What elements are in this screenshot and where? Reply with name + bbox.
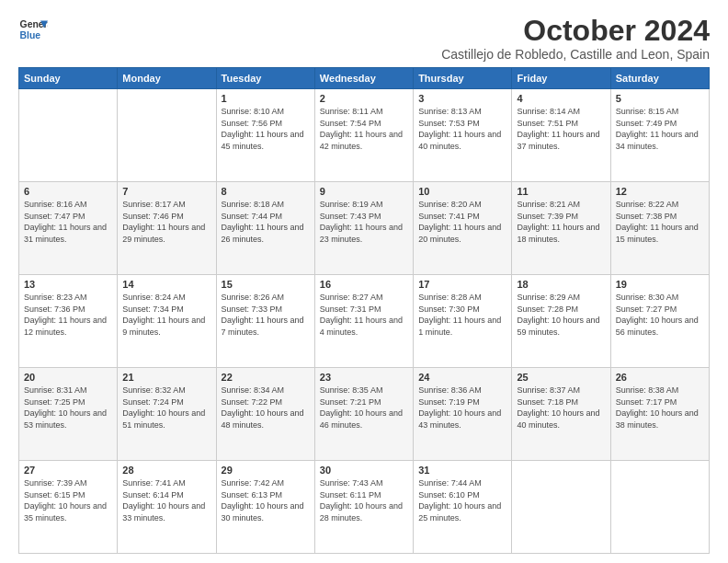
calendar-header-thursday: Thursday xyxy=(414,68,512,89)
day-number: 28 xyxy=(122,465,210,476)
day-number: 5 xyxy=(616,93,704,104)
day-info: Sunrise: 8:30 AM Sunset: 7:27 PM Dayligh… xyxy=(616,292,704,338)
calendar-cell xyxy=(512,461,610,554)
calendar-cell xyxy=(19,89,118,182)
day-info: Sunrise: 8:27 AM Sunset: 7:31 PM Dayligh… xyxy=(320,292,408,338)
day-number: 14 xyxy=(122,279,210,290)
calendar-cell: 3Sunrise: 8:13 AM Sunset: 7:53 PM Daylig… xyxy=(414,89,512,182)
day-info: Sunrise: 8:37 AM Sunset: 7:18 PM Dayligh… xyxy=(517,385,605,431)
day-info: Sunrise: 8:14 AM Sunset: 7:51 PM Dayligh… xyxy=(517,106,605,152)
day-number: 23 xyxy=(320,372,408,383)
calendar-header-saturday: Saturday xyxy=(610,68,709,89)
calendar-cell: 29Sunrise: 7:42 AM Sunset: 6:13 PM Dayli… xyxy=(216,461,314,554)
day-number: 13 xyxy=(24,279,112,290)
day-info: Sunrise: 8:24 AM Sunset: 7:34 PM Dayligh… xyxy=(122,292,210,338)
title-block: October 2024 Castillejo de Robledo, Cast… xyxy=(441,15,710,62)
day-info: Sunrise: 8:19 AM Sunset: 7:43 PM Dayligh… xyxy=(320,199,408,245)
calendar-cell: 28Sunrise: 7:41 AM Sunset: 6:14 PM Dayli… xyxy=(118,461,216,554)
header: General Blue October 2024 Castillejo de … xyxy=(18,15,710,62)
day-number: 26 xyxy=(616,372,704,383)
svg-text:Blue: Blue xyxy=(20,30,41,40)
day-info: Sunrise: 7:44 AM Sunset: 6:10 PM Dayligh… xyxy=(418,477,506,523)
day-number: 21 xyxy=(122,372,210,383)
calendar-cell xyxy=(118,89,216,182)
day-info: Sunrise: 8:32 AM Sunset: 7:24 PM Dayligh… xyxy=(122,385,210,431)
day-number: 24 xyxy=(418,372,506,383)
day-info: Sunrise: 8:10 AM Sunset: 7:56 PM Dayligh… xyxy=(222,106,310,152)
calendar-week-5: 27Sunrise: 7:39 AM Sunset: 6:15 PM Dayli… xyxy=(19,461,710,554)
day-info: Sunrise: 8:21 AM Sunset: 7:39 PM Dayligh… xyxy=(517,199,605,245)
calendar-cell: 19Sunrise: 8:30 AM Sunset: 7:27 PM Dayli… xyxy=(610,275,709,368)
day-number: 30 xyxy=(320,465,408,476)
calendar-cell: 17Sunrise: 8:28 AM Sunset: 7:30 PM Dayli… xyxy=(414,275,512,368)
day-info: Sunrise: 8:15 AM Sunset: 7:49 PM Dayligh… xyxy=(616,106,704,152)
calendar-cell: 10Sunrise: 8:20 AM Sunset: 7:41 PM Dayli… xyxy=(414,182,512,275)
calendar-cell: 21Sunrise: 8:32 AM Sunset: 7:24 PM Dayli… xyxy=(118,368,216,461)
day-number: 9 xyxy=(320,186,408,197)
calendar-week-2: 6Sunrise: 8:16 AM Sunset: 7:47 PM Daylig… xyxy=(19,182,710,275)
calendar-week-4: 20Sunrise: 8:31 AM Sunset: 7:25 PM Dayli… xyxy=(19,368,710,461)
calendar-cell: 22Sunrise: 8:34 AM Sunset: 7:22 PM Dayli… xyxy=(216,368,314,461)
calendar-cell: 6Sunrise: 8:16 AM Sunset: 7:47 PM Daylig… xyxy=(19,182,118,275)
day-info: Sunrise: 8:11 AM Sunset: 7:54 PM Dayligh… xyxy=(320,106,408,152)
day-info: Sunrise: 8:17 AM Sunset: 7:46 PM Dayligh… xyxy=(122,199,210,245)
calendar-cell: 16Sunrise: 8:27 AM Sunset: 7:31 PM Dayli… xyxy=(314,275,413,368)
day-info: Sunrise: 8:26 AM Sunset: 7:33 PM Dayligh… xyxy=(222,292,310,338)
calendar-header-friday: Friday xyxy=(512,68,610,89)
day-number: 6 xyxy=(24,186,112,197)
day-number: 3 xyxy=(418,93,506,104)
calendar-cell: 15Sunrise: 8:26 AM Sunset: 7:33 PM Dayli… xyxy=(216,275,314,368)
day-info: Sunrise: 8:13 AM Sunset: 7:53 PM Dayligh… xyxy=(418,106,506,152)
calendar-week-3: 13Sunrise: 8:23 AM Sunset: 7:36 PM Dayli… xyxy=(19,275,710,368)
calendar-cell: 2Sunrise: 8:11 AM Sunset: 7:54 PM Daylig… xyxy=(314,89,413,182)
day-number: 10 xyxy=(418,186,506,197)
day-info: Sunrise: 7:42 AM Sunset: 6:13 PM Dayligh… xyxy=(222,477,310,523)
day-number: 1 xyxy=(222,93,310,104)
calendar-cell: 12Sunrise: 8:22 AM Sunset: 7:38 PM Dayli… xyxy=(610,182,709,275)
logo-icon: General Blue xyxy=(18,15,48,44)
day-info: Sunrise: 8:36 AM Sunset: 7:19 PM Dayligh… xyxy=(418,385,506,431)
calendar-header-row: SundayMondayTuesdayWednesdayThursdayFrid… xyxy=(19,68,710,89)
day-info: Sunrise: 8:29 AM Sunset: 7:28 PM Dayligh… xyxy=(517,292,605,338)
day-info: Sunrise: 8:20 AM Sunset: 7:41 PM Dayligh… xyxy=(418,199,506,245)
day-number: 22 xyxy=(222,372,310,383)
day-number: 2 xyxy=(320,93,408,104)
day-info: Sunrise: 7:43 AM Sunset: 6:11 PM Dayligh… xyxy=(320,477,408,523)
day-number: 8 xyxy=(222,186,310,197)
day-info: Sunrise: 8:22 AM Sunset: 7:38 PM Dayligh… xyxy=(616,199,704,245)
day-number: 19 xyxy=(616,279,704,290)
calendar-header-monday: Monday xyxy=(118,68,216,89)
calendar-cell: 23Sunrise: 8:35 AM Sunset: 7:21 PM Dayli… xyxy=(314,368,413,461)
calendar-cell: 5Sunrise: 8:15 AM Sunset: 7:49 PM Daylig… xyxy=(610,89,709,182)
calendar-cell: 9Sunrise: 8:19 AM Sunset: 7:43 PM Daylig… xyxy=(314,182,413,275)
calendar-cell: 24Sunrise: 8:36 AM Sunset: 7:19 PM Dayli… xyxy=(414,368,512,461)
calendar-header-sunday: Sunday xyxy=(19,68,118,89)
calendar-cell: 14Sunrise: 8:24 AM Sunset: 7:34 PM Dayli… xyxy=(118,275,216,368)
calendar-cell: 13Sunrise: 8:23 AM Sunset: 7:36 PM Dayli… xyxy=(19,275,118,368)
main-title: October 2024 xyxy=(441,15,710,47)
calendar-cell: 18Sunrise: 8:29 AM Sunset: 7:28 PM Dayli… xyxy=(512,275,610,368)
calendar-header-tuesday: Tuesday xyxy=(216,68,314,89)
day-number: 20 xyxy=(24,372,112,383)
calendar-cell: 30Sunrise: 7:43 AM Sunset: 6:11 PM Dayli… xyxy=(314,461,413,554)
day-number: 11 xyxy=(517,186,605,197)
day-number: 29 xyxy=(222,465,310,476)
day-info: Sunrise: 8:16 AM Sunset: 7:47 PM Dayligh… xyxy=(24,199,112,245)
day-number: 12 xyxy=(616,186,704,197)
calendar-cell: 20Sunrise: 8:31 AM Sunset: 7:25 PM Dayli… xyxy=(19,368,118,461)
calendar-cell: 31Sunrise: 7:44 AM Sunset: 6:10 PM Dayli… xyxy=(414,461,512,554)
day-number: 16 xyxy=(320,279,408,290)
day-info: Sunrise: 8:23 AM Sunset: 7:36 PM Dayligh… xyxy=(24,292,112,338)
day-info: Sunrise: 8:28 AM Sunset: 7:30 PM Dayligh… xyxy=(418,292,506,338)
calendar-cell: 27Sunrise: 7:39 AM Sunset: 6:15 PM Dayli… xyxy=(19,461,118,554)
day-info: Sunrise: 7:39 AM Sunset: 6:15 PM Dayligh… xyxy=(24,477,112,523)
day-info: Sunrise: 8:35 AM Sunset: 7:21 PM Dayligh… xyxy=(320,385,408,431)
calendar-cell: 25Sunrise: 8:37 AM Sunset: 7:18 PM Dayli… xyxy=(512,368,610,461)
day-number: 25 xyxy=(517,372,605,383)
calendar-cell: 7Sunrise: 8:17 AM Sunset: 7:46 PM Daylig… xyxy=(118,182,216,275)
day-number: 31 xyxy=(418,465,506,476)
calendar-week-1: 1Sunrise: 8:10 AM Sunset: 7:56 PM Daylig… xyxy=(19,89,710,182)
day-number: 27 xyxy=(24,465,112,476)
day-number: 4 xyxy=(517,93,605,104)
day-info: Sunrise: 8:34 AM Sunset: 7:22 PM Dayligh… xyxy=(222,385,310,431)
